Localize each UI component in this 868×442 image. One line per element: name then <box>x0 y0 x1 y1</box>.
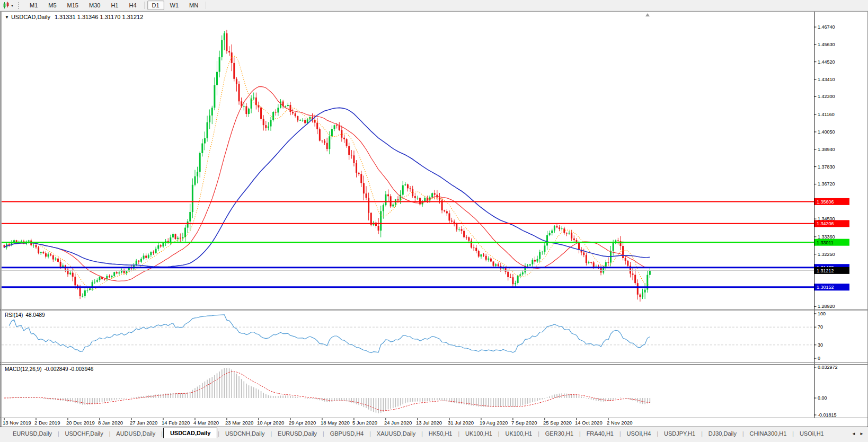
rsi-value: 48.0489 <box>25 312 45 318</box>
toolbar-separator <box>144 2 145 9</box>
tab-separator: | <box>109 431 111 437</box>
svg-text:1.45630: 1.45630 <box>818 42 835 47</box>
tab-fra40-h1[interactable]: FRA40,H1 <box>581 429 619 438</box>
timeframe-button-m5[interactable]: M5 <box>43 1 61 10</box>
tab-separator: | <box>619 431 621 437</box>
timeframe-button-d1[interactable]: D1 <box>147 1 164 10</box>
tab-scroll-controls: ◄ ► <box>849 431 868 436</box>
tab-uk100-h1[interactable]: UK100,H1 <box>500 429 537 438</box>
tab-gbpusd-h4[interactable]: GBPUSD,H4 <box>325 429 369 438</box>
tab-uk100-h1[interactable]: UK100,H1 <box>460 429 498 438</box>
svg-text:14 Feb 2020: 14 Feb 2020 <box>162 420 190 426</box>
tab-dj30-daily[interactable]: DJ30,Daily <box>703 429 742 438</box>
tab-usdcnh-daily[interactable]: USDCNH,Daily <box>220 429 270 438</box>
timeframe-button-m15[interactable]: M15 <box>63 1 83 10</box>
tab-separator: | <box>161 431 163 437</box>
svg-text:1.46740: 1.46740 <box>818 24 835 30</box>
svg-text:23 Mar 2020: 23 Mar 2020 <box>225 420 253 426</box>
macd-values: -0.002849 -0.003946 <box>44 366 93 372</box>
timeframe-button-m1[interactable]: M1 <box>25 1 42 10</box>
tab-separator: | <box>579 431 581 437</box>
tab-separator: | <box>421 431 423 437</box>
timeframe-toolbar: ▾ M1M5M15M30H1H4D1W1MN <box>0 0 868 11</box>
timeframe-button-h4[interactable]: H4 <box>124 1 141 10</box>
svg-text:13 Nov 2019: 13 Nov 2019 <box>3 420 31 426</box>
svg-text:0: 0 <box>818 356 820 361</box>
chart-canvas[interactable]: 1.467401.456301.445201.434101.423001.411… <box>0 0 868 442</box>
svg-text:1.32250: 1.32250 <box>818 252 835 257</box>
timeframe-button-h1[interactable]: H1 <box>106 1 123 10</box>
timeframe-button-m30[interactable]: M30 <box>84 1 105 10</box>
svg-text:19 Aug 2020: 19 Aug 2020 <box>480 420 508 426</box>
svg-text:8 Jan 2020: 8 Jan 2020 <box>98 420 123 426</box>
timeframe-buttons: M1M5M15M30H1H4D1W1MN <box>24 1 208 10</box>
tab-china300-h1[interactable]: CHINA300,H1 <box>745 429 792 438</box>
tab-hk50-h1[interactable]: HK50,H1 <box>423 429 458 438</box>
svg-text:13 Jul 2020: 13 Jul 2020 <box>416 420 442 426</box>
svg-text:25 Sep 2020: 25 Sep 2020 <box>543 420 572 426</box>
svg-text:1.31212: 1.31212 <box>817 268 834 273</box>
rsi-indicator-label: RSI(14)48.0489 <box>5 312 45 318</box>
svg-text:10 Apr 2020: 10 Apr 2020 <box>257 420 284 426</box>
tab-eurusd-daily[interactable]: EURUSD,Daily <box>272 429 322 438</box>
svg-text:5 Jun 2020: 5 Jun 2020 <box>352 420 377 426</box>
svg-text:1.42300: 1.42300 <box>818 94 835 99</box>
tab-scroll-left-icon[interactable]: ◄ <box>852 431 856 436</box>
toolbar-grip[interactable] <box>18 2 20 9</box>
svg-text:0.032972: 0.032972 <box>818 365 838 370</box>
tab-separator: | <box>323 431 324 437</box>
tab-usoil-h4[interactable]: USOil,H4 <box>622 429 657 438</box>
toolbar-separator <box>206 2 206 9</box>
svg-text:1.44520: 1.44520 <box>818 59 835 65</box>
tab-strip: EURUSD,Daily|USDCHF,Daily|AUDUSD,Daily|U… <box>7 428 829 439</box>
symbol-tabbar: EURUSD,Daily|USDCHF,Daily|AUDUSD,Daily|U… <box>0 427 868 440</box>
tab-ger30-h1[interactable]: GER30,H1 <box>540 429 579 438</box>
macd-name: MACD(12,26,9) <box>5 366 41 372</box>
tab-separator: | <box>792 431 794 437</box>
candlestick-chart-icon <box>3 2 10 9</box>
tab-separator: | <box>369 431 371 437</box>
rsi-name: RSI(14) <box>5 312 23 318</box>
svg-text:1.35606: 1.35606 <box>817 199 834 205</box>
svg-text:1.34206: 1.34206 <box>817 221 834 226</box>
svg-text:30: 30 <box>818 342 823 348</box>
svg-text:1.37830: 1.37830 <box>818 164 835 170</box>
tab-usoil-h1[interactable]: USOil,H1 <box>794 429 829 438</box>
tab-usdchf-daily[interactable]: USDCHF,Daily <box>60 429 109 438</box>
svg-text:7 Sep 2020: 7 Sep 2020 <box>511 420 537 426</box>
svg-text:4 Mar 2020: 4 Mar 2020 <box>193 420 219 426</box>
tab-separator: | <box>538 431 539 437</box>
svg-text:1.30152: 1.30152 <box>817 285 834 290</box>
chart-title: ▼USDCAD,Daily1.31331 1.31346 1.31170 1.3… <box>5 14 143 20</box>
tab-audusd-daily[interactable]: AUDUSD,Daily <box>111 429 161 438</box>
svg-text:18 May 2020: 18 May 2020 <box>321 420 350 426</box>
svg-text:2 Dec 2019: 2 Dec 2019 <box>34 420 60 426</box>
svg-text:1.43410: 1.43410 <box>818 77 835 82</box>
tab-separator: | <box>498 431 500 437</box>
chevron-down-icon: ▾ <box>11 3 13 8</box>
chart-type-button[interactable]: ▾ <box>2 1 14 10</box>
svg-text:100: 100 <box>818 311 826 316</box>
svg-text:1.33360: 1.33360 <box>818 234 835 240</box>
svg-text:1.41160: 1.41160 <box>818 112 835 117</box>
tab-separator: | <box>58 431 59 437</box>
tab-separator: | <box>218 431 219 437</box>
timeframe-button-mn[interactable]: MN <box>184 1 203 10</box>
tab-scroll-right-icon[interactable]: ► <box>860 431 864 436</box>
tab-separator: | <box>701 431 703 437</box>
tab-usdcad-daily[interactable]: USDCAD,Daily <box>163 428 217 438</box>
svg-text:1.33011: 1.33011 <box>817 240 834 245</box>
timeframe-button-w1[interactable]: W1 <box>165 1 184 10</box>
tab-separator: | <box>270 431 272 437</box>
tab-xauusd-daily[interactable]: XAUUSD,Daily <box>371 429 421 438</box>
tab-eurusd-daily[interactable]: EURUSD,Daily <box>7 429 57 438</box>
svg-text:1.40050: 1.40050 <box>818 129 835 135</box>
svg-text:24 Jun 2020: 24 Jun 2020 <box>384 420 412 426</box>
macd-indicator-label: MACD(12,26,9)-0.002849 -0.003946 <box>5 366 93 372</box>
tab-usdjpy-h1[interactable]: USDJPY,H1 <box>659 429 701 438</box>
chart-menu-caret-icon[interactable]: ▼ <box>5 15 9 20</box>
svg-text:-0.01815: -0.01815 <box>818 412 837 418</box>
tab-separator: | <box>458 431 459 437</box>
svg-text:1.36720: 1.36720 <box>818 181 835 187</box>
svg-text:70: 70 <box>818 324 823 330</box>
